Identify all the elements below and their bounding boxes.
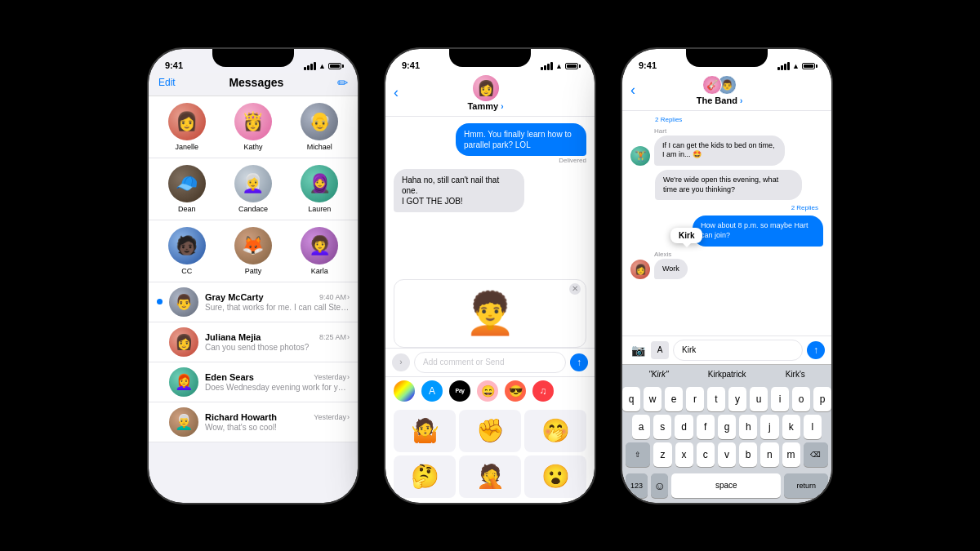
autocorrect-1[interactable]: Kirkpatrick	[702, 368, 753, 380]
key-l[interactable]: l	[804, 415, 822, 439]
key-o[interactable]: o	[792, 387, 810, 411]
key-space[interactable]: space	[671, 473, 781, 498]
key-c[interactable]: c	[697, 442, 715, 467]
message-name-gray: Gray McCarty	[205, 292, 264, 302]
key-n[interactable]: n	[760, 442, 778, 467]
key-e[interactable]: e	[665, 387, 683, 411]
contact-dean[interactable]: 🧢 Dean	[168, 165, 206, 213]
pay-icon[interactable]: Pay	[449, 380, 470, 402]
app-icon-3[interactable]: A	[651, 341, 669, 359]
key-r[interactable]: r	[686, 387, 704, 411]
key-q[interactable]: q	[622, 387, 640, 411]
contact-michael[interactable]: 👴 Michael	[301, 103, 338, 151]
expand-button[interactable]: ›	[392, 353, 410, 371]
signal-icon-2	[541, 62, 553, 70]
group-name-area[interactable]: 🎸 👨 The Band ›	[640, 75, 799, 105]
group-av-1: 🎸	[702, 75, 722, 95]
key-delete[interactable]: ⌫	[804, 442, 828, 467]
key-row-3: ⇧ z x c v b n m ⌫	[626, 442, 828, 467]
sticker-2[interactable]: ✊	[459, 410, 521, 452]
memoji-icon[interactable]: 😄	[477, 380, 498, 402]
contact-patty[interactable]: 🦊 Patty	[234, 227, 272, 275]
key-g[interactable]: g	[718, 415, 736, 439]
stickers-icon[interactable]: 😎	[505, 380, 526, 402]
contact-kathy[interactable]: 👸 Kathy	[234, 103, 272, 151]
chat-contact-avatar: 👩	[473, 75, 499, 101]
chat-messages: Hmm. You finally learn how to parallel p…	[385, 117, 595, 279]
key-shift[interactable]: ⇧	[626, 442, 650, 467]
chat-contact-area[interactable]: 👩 Tammy ›	[399, 75, 572, 111]
message-name-richard: Richard Howarth	[205, 412, 277, 422]
key-f[interactable]: f	[697, 415, 715, 439]
key-b[interactable]: b	[739, 442, 757, 467]
camera-icon[interactable]: 📷	[629, 341, 647, 359]
group-msg-text-alexis: Work	[654, 259, 688, 280]
key-y[interactable]: y	[728, 387, 746, 411]
key-d[interactable]: d	[675, 415, 693, 439]
autocorrect-0[interactable]: "Kirk"	[642, 368, 675, 380]
music-icon[interactable]: ♫	[532, 380, 554, 402]
key-s[interactable]: s	[653, 415, 671, 439]
contact-janelle[interactable]: 👩 Janelle	[168, 103, 206, 151]
key-a[interactable]: a	[632, 415, 650, 439]
send-button-2[interactable]: ↑	[570, 353, 588, 371]
message-row-eden[interactable]: 👩‍🦰 Eden Sears Yesterday › Does Wednesda…	[149, 362, 358, 402]
key-i[interactable]: i	[771, 387, 789, 411]
key-return[interactable]: return	[784, 473, 828, 498]
key-z[interactable]: z	[653, 442, 671, 467]
key-m[interactable]: m	[782, 442, 800, 467]
key-123[interactable]: 123	[626, 473, 648, 498]
bubble-status-1: Delivered	[559, 157, 586, 164]
group-av-alexis: 👩	[630, 260, 650, 279]
avatar-karla: 👩‍🦱	[301, 227, 338, 264]
battery-icon-2	[565, 63, 578, 69]
message-name-eden: Eden Sears	[205, 372, 254, 382]
key-u[interactable]: u	[750, 387, 768, 411]
sticker-1[interactable]: 🤷	[394, 410, 456, 452]
bubble-received-1: Haha no, still can't nail that one.I GOT…	[394, 169, 586, 212]
photos-app-icon[interactable]	[394, 380, 415, 402]
sticker-3[interactable]: 🤭	[524, 410, 586, 452]
send-button-3[interactable]: ↑	[807, 341, 825, 359]
back-button-3[interactable]: ‹	[630, 82, 635, 99]
key-j[interactable]: j	[760, 415, 778, 439]
keyboard-rows: q w e r t y u i o p a s d f g	[622, 384, 831, 467]
contact-lauren[interactable]: 🧕 Lauren	[301, 165, 338, 213]
autocorrect-2[interactable]: Kirk's	[779, 368, 812, 380]
edit-button[interactable]: Edit	[158, 77, 176, 88]
key-k[interactable]: k	[782, 415, 800, 439]
message-time-richard: Yesterday ›	[314, 413, 350, 421]
key-h[interactable]: h	[739, 415, 757, 439]
appstore-icon[interactable]: A	[421, 380, 443, 402]
status-bar-3: 9:41 ▲	[622, 49, 831, 73]
key-p[interactable]: p	[813, 387, 831, 411]
memoji-close-button[interactable]: ✕	[569, 283, 581, 295]
key-emoji[interactable]: ☺	[651, 473, 668, 498]
key-w[interactable]: w	[644, 387, 662, 411]
keyboard-input-field[interactable]: Kirk	[673, 340, 803, 361]
message-content-juliana: Juliana Mejia 8:25 AM › Can you send tho…	[205, 332, 350, 352]
message-header-juliana: Juliana Mejia 8:25 AM ›	[205, 332, 350, 342]
chat-input-bar: › Add comment or Send ↑	[385, 348, 595, 376]
key-v[interactable]: v	[718, 442, 736, 467]
status-time-3: 9:41	[639, 60, 657, 70]
message-time-eden: Yesterday ›	[314, 373, 350, 381]
sticker-5[interactable]: 🤦	[459, 455, 521, 498]
sticker-4[interactable]: 🤔	[394, 455, 456, 498]
compose-icon[interactable]: ✏	[337, 75, 348, 91]
chat-input-field[interactable]: Add comment or Send	[414, 352, 566, 373]
sticker-6[interactable]: 😮	[524, 455, 586, 498]
phone-1: 9:41 ▲ Edit Messages ✏	[147, 47, 359, 504]
key-x[interactable]: x	[675, 442, 693, 467]
message-content-gray: Gray McCarty 9:40 AM › Sure, that works …	[205, 292, 350, 312]
contact-karla[interactable]: 👩‍🦱 Karla	[301, 227, 338, 275]
contact-cc[interactable]: 🧑🏿 CC	[168, 227, 206, 275]
contact-candace[interactable]: 👩‍🦳 Candace	[234, 165, 272, 213]
messages-nav: Edit Messages ✏	[149, 73, 358, 96]
message-row-juliana[interactable]: 👩 Juliana Mejia 8:25 AM › Can you send t…	[149, 322, 358, 362]
memoji-display: 🧑‍🦱	[401, 290, 579, 337]
key-t[interactable]: t	[707, 387, 725, 411]
message-row-richard[interactable]: 👨‍🦳 Richard Howarth Yesterday › Wow, tha…	[149, 402, 358, 442]
status-time-1: 9:41	[165, 60, 183, 70]
message-row-gray[interactable]: 👨 Gray McCarty 9:40 AM › Sure, that work…	[149, 282, 358, 322]
